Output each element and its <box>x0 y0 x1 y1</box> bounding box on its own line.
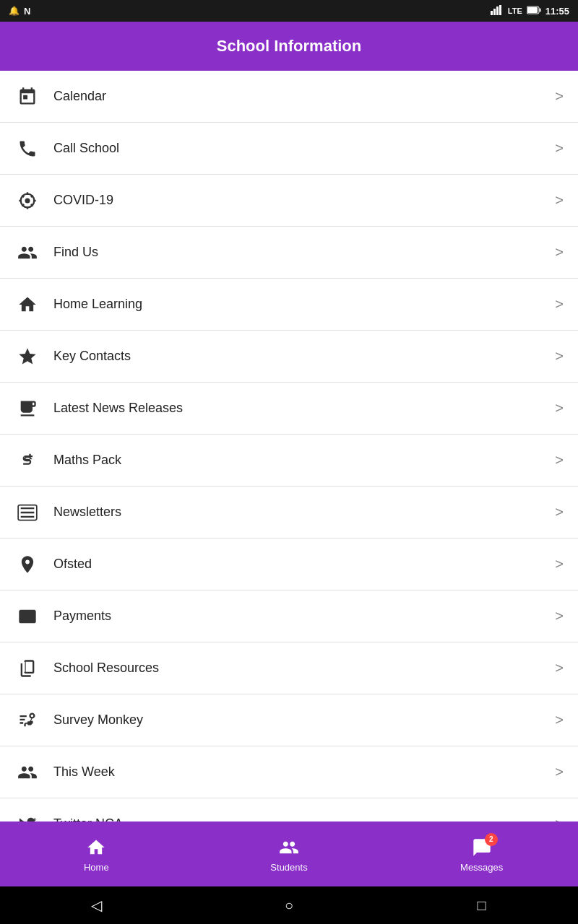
survey-monkey-chevron: > <box>555 712 564 728</box>
svg-rect-1 <box>493 9 496 15</box>
menu-item-latest-news[interactable]: Latest News Releases > <box>0 383 578 435</box>
calendar-icon <box>14 84 40 110</box>
key-contacts-chevron: > <box>555 348 564 365</box>
messages-nav-icon: 2 <box>470 836 493 859</box>
svg-point-7 <box>25 198 30 203</box>
menu-item-school-resources[interactable]: School Resources > <box>0 642 578 694</box>
ofsted-icon <box>14 552 40 578</box>
this-week-chevron: > <box>555 764 564 780</box>
signal-icon <box>491 5 504 17</box>
status-bar: 🔔 N LTE 11:55 <box>0 0 578 22</box>
calendar-label: Calendar <box>53 89 555 104</box>
menu-item-ofsted[interactable]: Ofsted > <box>0 539 578 590</box>
menu-item-calendar[interactable]: Calendar > <box>0 71 578 123</box>
school-resources-label: School Resources <box>53 661 555 676</box>
covid-icon <box>14 188 40 214</box>
students-nav-label: Students <box>270 862 307 873</box>
students-nav-icon <box>277 836 301 859</box>
svg-rect-2 <box>496 6 499 15</box>
find-us-label: Find Us <box>53 245 555 260</box>
twitter-icon <box>14 811 40 822</box>
menu-item-payments[interactable]: Payments > <box>0 590 578 642</box>
nav-students[interactable]: Students <box>193 836 386 873</box>
newsletters-chevron: > <box>555 504 564 520</box>
find-us-chevron: > <box>555 244 564 261</box>
maths-pack-chevron: > <box>555 452 564 468</box>
home-learning-chevron: > <box>555 296 564 313</box>
payments-chevron: > <box>555 608 564 624</box>
messages-badge: 2 <box>485 833 498 846</box>
find-us-icon <box>14 240 40 266</box>
survey-monkey-label: Survey Monkey <box>53 712 555 728</box>
news-icon <box>14 396 40 422</box>
payments-label: Payments <box>53 609 555 624</box>
svg-rect-6 <box>527 7 538 13</box>
battery-icon <box>527 6 541 17</box>
this-week-label: This Week <box>53 764 555 780</box>
menu-item-find-us[interactable]: Find Us > <box>0 227 578 279</box>
key-contacts-label: Key Contacts <box>53 349 555 364</box>
svg-rect-3 <box>499 5 501 15</box>
star-icon <box>14 344 40 370</box>
svg-rect-5 <box>539 8 540 12</box>
newsletters-label: Newsletters <box>53 505 555 520</box>
menu-item-home-learning[interactable]: Home Learning > <box>0 279 578 331</box>
menu-item-maths-pack[interactable]: Maths Pack > <box>0 435 578 487</box>
menu-item-newsletters[interactable]: Newsletters > <box>0 487 578 539</box>
back-button[interactable]: ◁ <box>82 891 111 920</box>
menu-item-call-school[interactable]: Call School > <box>0 123 578 175</box>
maths-pack-label: Maths Pack <box>53 453 555 468</box>
payments-icon <box>14 603 40 629</box>
svg-rect-0 <box>491 11 493 15</box>
menu-item-twitter-nca[interactable]: Twitter NCA > <box>0 798 578 821</box>
menu-item-covid19[interactable]: COVID-19 > <box>0 175 578 227</box>
ofsted-label: Ofsted <box>53 557 555 572</box>
covid19-chevron: > <box>555 192 564 209</box>
status-bar-left: 🔔 N <box>9 6 30 17</box>
newsletter-icon <box>14 500 40 526</box>
maths-icon <box>14 448 40 474</box>
lte-icon: LTE <box>508 6 522 15</box>
book-icon <box>14 655 40 681</box>
n-icon: N <box>24 6 30 17</box>
menu-item-survey-monkey[interactable]: Survey Monkey > <box>0 694 578 746</box>
android-nav-bar: ◁ ○ □ <box>0 886 578 924</box>
phone-icon <box>14 136 40 162</box>
nav-messages[interactable]: 2 Messages <box>385 836 578 873</box>
latest-news-chevron: > <box>555 400 564 417</box>
notification-icon: 🔔 <box>9 6 20 16</box>
ofsted-chevron: > <box>555 556 564 572</box>
covid19-label: COVID-19 <box>53 193 555 208</box>
bottom-navigation: Home Students 2 Messages <box>0 821 578 886</box>
survey-icon <box>14 707 40 733</box>
menu-item-this-week[interactable]: This Week > <box>0 746 578 798</box>
calendar-chevron: > <box>555 88 564 105</box>
twitter-nca-chevron: > <box>555 816 564 821</box>
this-week-icon <box>14 759 40 785</box>
recent-button[interactable]: □ <box>467 891 496 920</box>
twitter-nca-label: Twitter NCA <box>53 816 555 821</box>
home-nav-icon <box>85 836 108 859</box>
latest-news-label: Latest News Releases <box>53 401 555 416</box>
home-button[interactable]: ○ <box>275 891 303 920</box>
school-resources-chevron: > <box>555 660 564 676</box>
page-title: School Information <box>217 37 361 56</box>
home-learning-label: Home Learning <box>53 297 555 312</box>
call-school-label: Call School <box>53 141 555 156</box>
menu-list: Calendar > Call School > COVID-19 > Find… <box>0 71 578 821</box>
nav-home[interactable]: Home <box>0 836 193 873</box>
status-bar-right: LTE 11:55 <box>491 5 569 17</box>
messages-nav-label: Messages <box>460 862 503 873</box>
home-nav-label: Home <box>84 862 109 873</box>
call-school-chevron: > <box>555 140 564 157</box>
page-header: School Information <box>0 22 578 71</box>
home-learning-icon <box>14 292 40 318</box>
menu-item-key-contacts[interactable]: Key Contacts > <box>0 331 578 383</box>
time-display: 11:55 <box>545 6 569 17</box>
